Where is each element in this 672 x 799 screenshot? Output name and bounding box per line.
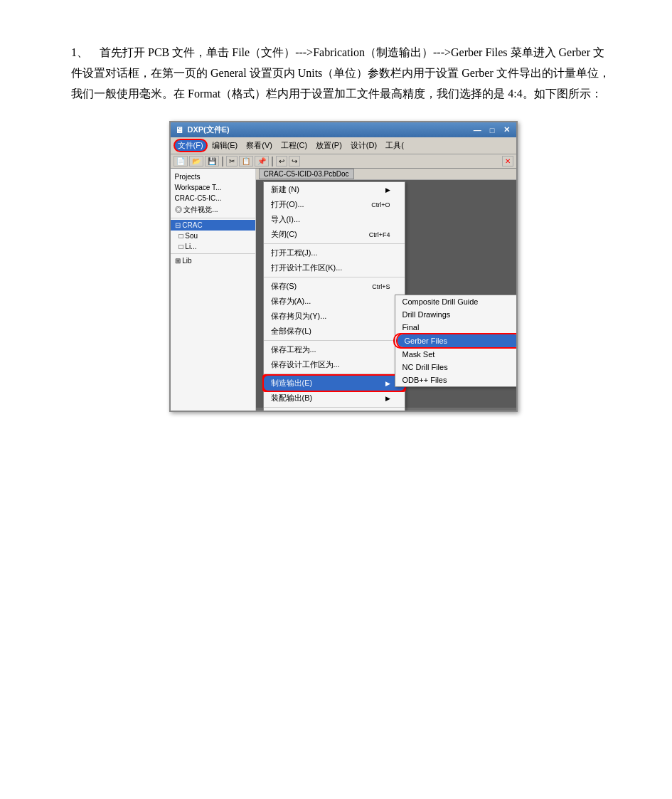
menu-pagedesign[interactable]: 页面设计(U)... [264, 409, 405, 411]
sidebar-files[interactable]: □ Li... [171, 241, 255, 252]
close-btn[interactable]: ✕ [501, 125, 512, 134]
screenshot-container: 🖥 DXP(文件E) — □ ✕ 文件(F) 编辑(E) 察看(V) 工程(C)… [71, 121, 615, 412]
page-content: 1、首先打开 PCB 文件，单击 File（文件）--->Fabrication… [0, 0, 672, 469]
toolbar-undo[interactable]: ↩ [276, 156, 287, 166]
pcb-tab[interactable]: CRAC-C5-ICID-03.PcbDoc [259, 169, 354, 179]
sidebar-crac-tree[interactable]: ⊟ CRAC [171, 220, 255, 231]
toolbar-new[interactable]: 📄 [174, 156, 188, 166]
maximize-btn[interactable]: □ [488, 126, 497, 134]
titlebar-icon: 🖥 [175, 125, 183, 135]
menu-project[interactable]: 工程(C) [277, 139, 311, 152]
menu-design[interactable]: 设计(D) [346, 139, 381, 152]
menu-edit[interactable]: 编辑(E) [208, 139, 242, 152]
pcb-tab-bar: CRAC-C5-ICID-03.PcbDoc [256, 169, 516, 180]
paragraph-text: 首先打开 PCB 文件，单击 File（文件）--->Fabrication（制… [71, 46, 610, 100]
main-paragraph: 1、首先打开 PCB 文件，单击 File（文件）--->Fabrication… [71, 43, 615, 104]
sidebar: Projects Workspace T... CRAC-C5-IC... ◎ … [171, 169, 256, 411]
toolbar-open[interactable]: 📂 [189, 156, 203, 166]
sidebar-workspace[interactable]: Workspace T... [171, 182, 255, 193]
sidebar-sou[interactable]: □ Sou [171, 231, 255, 241]
toolbar-paste[interactable]: 📌 [255, 156, 269, 166]
menu-file[interactable]: 文件(F) [174, 139, 208, 152]
minimize-btn[interactable]: — [471, 126, 484, 134]
toolbar: 📄 📂 💾 ✂ 📋 📌 ↩ ↪ ✕ [171, 154, 516, 169]
step-number: 1、 [71, 43, 88, 63]
titlebar-text: DXP(文件E) [188, 125, 467, 135]
sidebar-projects[interactable]: Projects [171, 171, 255, 182]
software-window: 🖥 DXP(文件E) — □ ✕ 文件(F) 编辑(E) 察看(V) 工程(C)… [169, 121, 518, 412]
sidebar-lib[interactable]: ⊞ Lib [171, 255, 255, 266]
menubar: 文件(F) 编辑(E) 察看(V) 工程(C) 放置(P) 设计(D) 工具( [171, 137, 516, 154]
sidebar-crac[interactable]: CRAC-C5-IC... [171, 193, 255, 203]
menu-tools[interactable]: 工具( [381, 139, 408, 152]
toolbar-redo[interactable]: ↪ [289, 156, 300, 166]
toolbar-save[interactable]: 💾 [205, 156, 219, 166]
toolbar-copy[interactable]: 📋 [239, 156, 253, 166]
toolbar-extra1[interactable]: ✕ [502, 156, 513, 166]
toolbar-cut[interactable]: ✂ [226, 156, 238, 166]
sw-body: Projects Workspace T... CRAC-C5-IC... ◎ … [171, 169, 516, 411]
sidebar-fileview[interactable]: ◎ 文件视觉... [171, 203, 255, 216]
menu-view[interactable]: 察看(V) [242, 139, 277, 152]
pcb-canvas [256, 180, 516, 408]
titlebar: 🖥 DXP(文件E) — □ ✕ [171, 122, 516, 137]
menu-place[interactable]: 放置(P) [311, 139, 346, 152]
main-area: CRAC-C5-ICID-03.PcbDoc 新建 (N) ▶ 打开(O)...… [256, 169, 516, 411]
